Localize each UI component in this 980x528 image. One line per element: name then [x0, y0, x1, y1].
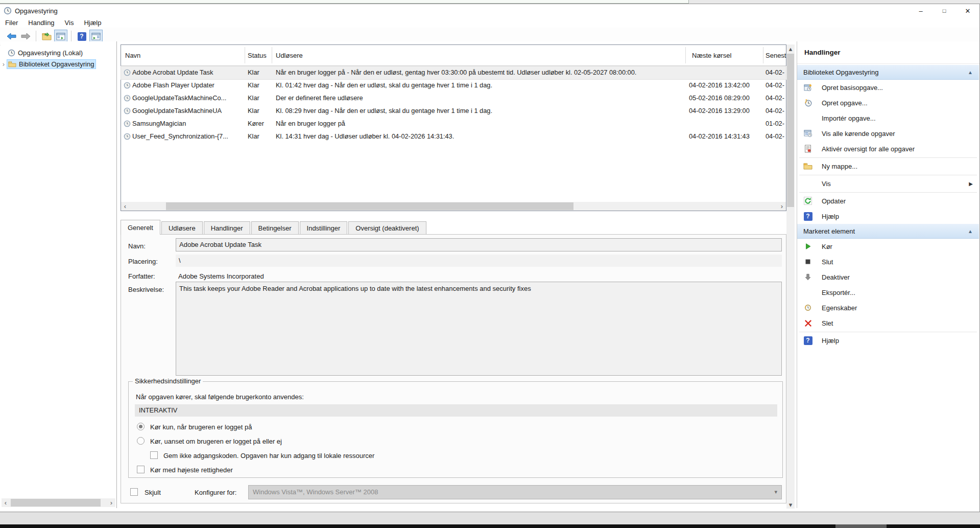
- name-label: Navn:: [128, 242, 146, 250]
- table-row[interactable]: User_Feed_Synchronization-{7... Klar Kl.…: [121, 130, 786, 143]
- table-row[interactable]: GoogleUpdateTaskMachineCo... Klar Der er…: [121, 92, 786, 105]
- taskbar-edge-segment: [835, 524, 887, 528]
- menu-hjaelp[interactable]: Hjælp: [79, 18, 106, 28]
- description-field[interactable]: This task keeps your Adobe Reader and Ac…: [176, 282, 782, 376]
- scroll-down-icon[interactable]: ▾: [786, 500, 795, 509]
- table-row[interactable]: Adobe Flash Player Updater Klar Kl. 01:4…: [121, 79, 786, 92]
- action-disable[interactable]: Deaktiver: [797, 269, 979, 285]
- folder-arrow-icon: [42, 32, 52, 40]
- background-strip: [0, 512, 980, 524]
- window-title: Opgavestyring: [15, 7, 58, 15]
- action-help-selected[interactable]: ? Hjælp: [797, 333, 979, 348]
- background-window-edge: [0, 0, 689, 4]
- checkbox-hidden[interactable]: [130, 488, 138, 496]
- column-header-udlosere[interactable]: Udløsere: [276, 52, 303, 59]
- maximize-button[interactable]: □: [933, 4, 956, 17]
- clock-icon: [124, 120, 131, 127]
- action-run[interactable]: Kør: [797, 239, 979, 254]
- close-button[interactable]: ✕: [956, 4, 979, 17]
- security-group-title: Sikkerhedsindstillinger: [133, 377, 203, 385]
- new-folder-icon: [803, 162, 812, 171]
- action-create-task[interactable]: Opret opgave...: [797, 95, 979, 110]
- menu-filer[interactable]: Filer: [0, 18, 23, 28]
- action-refresh[interactable]: Opdater: [797, 193, 979, 209]
- minimize-button[interactable]: –: [909, 4, 933, 17]
- name-field[interactable]: Adobe Acrobat Update Task: [176, 238, 782, 251]
- actions-pane: Handlinger Biblioteket Opgavestyring ▲ O…: [797, 41, 979, 508]
- tab-betingelser[interactable]: Betingelser: [251, 221, 299, 235]
- forward-arrow-icon: [20, 32, 31, 40]
- desktop: Opgavestyring – □ ✕ Filer Handling Vis H…: [0, 0, 980, 528]
- configure-for-dropdown[interactable]: Windows Vista™, Windows Server™ 2008 ▾: [248, 485, 782, 499]
- column-header-naeste-korsel[interactable]: Næste kørsel: [692, 52, 731, 59]
- column-header-navn[interactable]: Navn: [125, 52, 140, 59]
- checkbox-highest-privileges[interactable]: [137, 466, 145, 473]
- scroll-up-icon[interactable]: ▴: [786, 44, 795, 53]
- action-delete[interactable]: Slet: [797, 315, 979, 331]
- section-header-library[interactable]: Biblioteket Opgavestyring ▲: [797, 65, 979, 80]
- details-tabs: Generelt Udløsere Handlinger Betingelser…: [121, 220, 427, 235]
- action-view[interactable]: Vis ▶: [797, 176, 979, 191]
- tab-generelt[interactable]: Generelt: [121, 220, 160, 235]
- console-tree-pane: Opgavestyring (Lokal) › Biblioteket Opga…: [1, 41, 117, 508]
- run-icon: [803, 242, 812, 251]
- action-export[interactable]: Eksportér...: [797, 285, 979, 300]
- tab-oversigt-deaktiveret[interactable]: Oversigt (deaktiveret): [348, 221, 426, 235]
- action-create-basic-task[interactable]: Opret basisopgave...: [797, 80, 979, 95]
- author-value: Adobe Systems Incorporated: [178, 272, 264, 280]
- radio-run-only-logged-on[interactable]: [137, 423, 145, 430]
- checkbox-no-password-label: Gem ikke adgangskoden. Opgaven har kun a…: [163, 452, 374, 460]
- export-icon: [803, 288, 812, 297]
- scroll-right-icon[interactable]: ›: [107, 498, 115, 507]
- clock-icon: [124, 133, 131, 140]
- action-display-running-tasks[interactable]: Vis alle kørende opgaver: [797, 126, 979, 141]
- tree-expander-icon[interactable]: ›: [1, 60, 7, 68]
- table-row[interactable]: GoogleUpdateTaskMachineUA Klar Kl. 08:29…: [121, 105, 786, 118]
- toolbar-separator: [36, 31, 36, 42]
- collapse-icon[interactable]: ▲: [968, 228, 973, 234]
- help-icon: ?: [78, 32, 86, 41]
- column-header-senest[interactable]: Senest: [766, 52, 786, 59]
- tab-udlosere[interactable]: Udløsere: [161, 221, 203, 235]
- scroll-left-icon[interactable]: ‹: [121, 202, 129, 211]
- task-list-horizontal-scrollbar: ‹ ›: [121, 202, 786, 211]
- checkbox-no-password[interactable]: [150, 451, 158, 459]
- tab-indstillinger[interactable]: Indstillinger: [300, 221, 348, 235]
- task-history-icon: [803, 144, 812, 153]
- action-end[interactable]: Slut: [797, 254, 979, 269]
- scrollbar-thumb[interactable]: [787, 54, 794, 207]
- folder-icon: [8, 61, 16, 67]
- radio-run-regardless-label: Kør, uanset om brugeren er logget på ell…: [150, 438, 282, 445]
- scroll-right-icon[interactable]: ›: [778, 202, 786, 211]
- action-properties[interactable]: Egenskaber: [797, 300, 979, 315]
- menu-vis[interactable]: Vis: [60, 18, 79, 28]
- radio-run-regardless[interactable]: [137, 437, 145, 445]
- disable-icon: [803, 272, 812, 282]
- action-import-task[interactable]: Importér opgave...: [797, 110, 979, 126]
- tree-library-label: Biblioteket Opgavestyring: [19, 60, 94, 68]
- scrollbar-thumb[interactable]: [11, 499, 101, 507]
- security-settings-group: Sikkerhedsindstillinger Når opgaven køre…: [128, 381, 783, 478]
- refresh-icon: [803, 196, 812, 205]
- action-help-library[interactable]: ? Hjælp: [797, 209, 979, 224]
- configure-for-value: Windows Vista™, Windows Server™ 2008: [253, 488, 378, 496]
- tree-item-library[interactable]: › Biblioteket Opgavestyring: [1, 58, 115, 70]
- results-vertical-scrollbar: ▴ ▾: [786, 44, 795, 509]
- author-label: Forfatter:: [128, 272, 155, 280]
- tree-item-root[interactable]: Opgavestyring (Lokal): [1, 47, 115, 58]
- action-new-folder[interactable]: Ny mappe...: [797, 158, 979, 174]
- table-row[interactable]: SamsungMagician Kører Når en bruger logg…: [121, 118, 786, 130]
- section-header-selected-item[interactable]: Markeret element ▲: [797, 224, 979, 239]
- table-row[interactable]: Adobe Acrobat Update Task Klar Når en br…: [121, 66, 786, 79]
- action-enable-task-history[interactable]: Aktivér oversigt for alle opgaver: [797, 141, 979, 156]
- column-header-status[interactable]: Status: [248, 52, 267, 59]
- collapse-icon[interactable]: ▲: [968, 70, 973, 75]
- clock-icon: [124, 95, 131, 102]
- scrollbar-thumb[interactable]: [166, 202, 573, 210]
- location-value: \: [176, 255, 782, 267]
- help-icon: ?: [804, 336, 812, 345]
- tab-handlinger[interactable]: Handlinger: [204, 221, 250, 235]
- menu-handling[interactable]: Handling: [23, 18, 59, 28]
- scroll-left-icon[interactable]: ‹: [2, 498, 10, 507]
- task-list: Navn Status Udløsere Næste kørsel Senest…: [121, 44, 786, 211]
